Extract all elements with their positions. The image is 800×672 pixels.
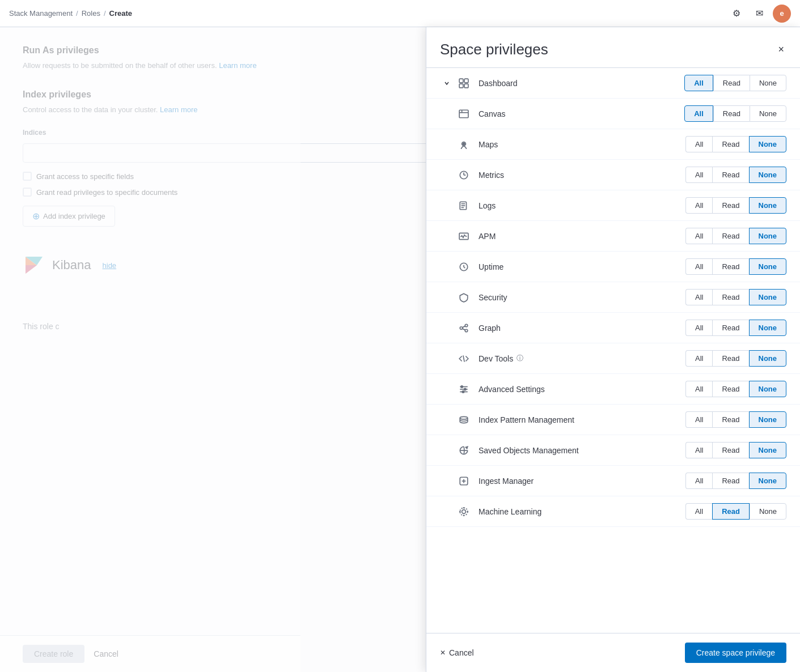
cancel-button[interactable]: Cancel xyxy=(91,645,121,663)
breadcrumb: Stack Management / Roles / Create xyxy=(9,9,132,18)
svg-point-38 xyxy=(467,511,468,512)
privilege-controls-dashboard: AllReadNone xyxy=(684,75,786,91)
svg-point-30 xyxy=(462,390,464,392)
privilege-read-button[interactable]: Read xyxy=(713,75,750,91)
privilege-read-button[interactable]: Read xyxy=(712,411,748,428)
privilege-read-button[interactable]: Read xyxy=(712,197,748,214)
privilege-controls-security: AllReadNone xyxy=(685,289,786,305)
privilege-all-button[interactable]: All xyxy=(685,442,712,458)
privilege-read-button[interactable]: Read xyxy=(712,289,748,305)
privilege-expand-dashboard[interactable] xyxy=(440,80,454,86)
privilege-controls-ingest-manager: AllReadNone xyxy=(685,473,786,489)
bottom-bar: Create role Cancel xyxy=(0,635,300,672)
grant-docs-checkbox[interactable] xyxy=(23,188,32,197)
privilege-none-button[interactable]: None xyxy=(750,503,786,520)
kibana-hide-link[interactable]: hide xyxy=(103,261,117,270)
privilege-none-button[interactable]: None xyxy=(750,75,786,91)
saved-objects-management-icon xyxy=(456,443,472,458)
privilege-all-button[interactable]: All xyxy=(685,136,712,152)
mail-button[interactable]: ✉ xyxy=(750,5,768,23)
privilege-all-button[interactable]: All xyxy=(685,320,712,336)
privilege-none-button[interactable]: None xyxy=(749,258,787,275)
privilege-all-button[interactable]: All xyxy=(684,75,713,91)
privilege-all-button[interactable]: All xyxy=(685,167,712,183)
privilege-none-button[interactable]: None xyxy=(749,289,787,305)
footer-cancel-button[interactable]: ✕ Cancel xyxy=(440,648,474,657)
privilege-none-button[interactable]: None xyxy=(749,442,787,458)
privilege-none-button[interactable]: None xyxy=(749,411,787,428)
privilege-read-button[interactable]: Read xyxy=(712,503,750,520)
privilege-none-button[interactable]: None xyxy=(749,381,787,397)
privilege-all-button[interactable]: All xyxy=(685,197,712,214)
modal-header: Space privileges × xyxy=(426,27,800,68)
svg-line-24 xyxy=(463,355,464,361)
privilege-none-button[interactable]: None xyxy=(749,320,787,336)
privilege-read-button[interactable]: Read xyxy=(712,228,748,244)
run-as-learn-more[interactable]: Learn more xyxy=(219,61,256,70)
svg-rect-6 xyxy=(464,84,468,88)
svg-point-20 xyxy=(465,324,468,327)
privilege-row: Index Pattern ManagementAllReadNone xyxy=(426,405,800,435)
maps-icon xyxy=(456,137,472,152)
privilege-all-button[interactable]: All xyxy=(685,350,712,367)
privilege-controls-logs: AllReadNone xyxy=(685,197,786,214)
dev-tools-info-icon[interactable]: ⓘ xyxy=(517,354,523,363)
privilege-row: GraphAllReadNone xyxy=(426,313,800,343)
modal-close-button[interactable]: × xyxy=(776,41,786,58)
privilege-read-button[interactable]: Read xyxy=(713,105,750,122)
cancel-x-icon: ✕ xyxy=(440,649,446,657)
privilege-read-button[interactable]: Read xyxy=(712,167,748,183)
privilege-all-button[interactable]: All xyxy=(684,105,713,122)
privilege-row: DashboardAllReadNone xyxy=(426,68,800,99)
privilege-name: Machine Learning xyxy=(479,507,685,516)
privilege-row: Advanced SettingsAllReadNone xyxy=(426,374,800,405)
privilege-read-button[interactable]: Read xyxy=(712,381,748,397)
breadcrumb-stack-management[interactable]: Stack Management xyxy=(9,9,73,18)
privilege-controls-uptime: AllReadNone xyxy=(685,258,786,275)
privilege-all-button[interactable]: All xyxy=(685,381,712,397)
privilege-name: Saved Objects Management xyxy=(479,446,685,455)
settings-button[interactable]: ⚙ xyxy=(727,5,746,23)
privilege-none-button[interactable]: None xyxy=(749,136,787,152)
svg-line-22 xyxy=(463,326,465,327)
privilege-none-button[interactable]: None xyxy=(749,350,787,367)
privilege-read-button[interactable]: Read xyxy=(712,320,748,336)
index-learn-more[interactable]: Learn more xyxy=(160,105,197,114)
create-role-button[interactable]: Create role xyxy=(23,645,84,663)
privilege-none-button[interactable]: None xyxy=(750,105,786,122)
breadcrumb-create: Create xyxy=(109,9,132,18)
privilege-read-button[interactable]: Read xyxy=(712,442,748,458)
dashboard-icon xyxy=(456,75,472,91)
privilege-read-button[interactable]: Read xyxy=(712,258,748,275)
user-avatar[interactable]: e xyxy=(773,5,791,23)
privilege-read-button[interactable]: Read xyxy=(712,136,748,152)
privilege-read-button[interactable]: Read xyxy=(712,350,748,367)
privilege-none-button[interactable]: None xyxy=(749,228,787,244)
privilege-name: Logs xyxy=(479,201,685,210)
privilege-all-button[interactable]: All xyxy=(685,411,712,428)
privilege-none-button[interactable]: None xyxy=(749,167,787,183)
privilege-none-button[interactable]: None xyxy=(749,473,787,489)
privilege-row: APMAllReadNone xyxy=(426,221,800,252)
privilege-all-button[interactable]: All xyxy=(685,473,712,489)
privilege-row: Saved Objects ManagementAllReadNone xyxy=(426,435,800,466)
privilege-all-button[interactable]: All xyxy=(685,258,712,275)
svg-rect-3 xyxy=(459,79,463,83)
privilege-controls-canvas: AllReadNone xyxy=(684,105,786,122)
privilege-all-button[interactable]: All xyxy=(685,503,712,520)
svg-point-37 xyxy=(459,511,461,512)
privilege-none-button[interactable]: None xyxy=(749,197,787,214)
breadcrumb-roles[interactable]: Roles xyxy=(82,9,100,18)
privilege-controls-apm: AllReadNone xyxy=(685,228,786,244)
privilege-all-button[interactable]: All xyxy=(685,289,712,305)
privilege-all-button[interactable]: All xyxy=(685,228,712,244)
privilege-row: MetricsAllReadNone xyxy=(426,160,800,190)
grant-fields-checkbox[interactable] xyxy=(23,172,32,181)
add-index-privilege-button[interactable]: ⊕ Add index privilege xyxy=(23,206,115,227)
privilege-row: MapsAllReadNone xyxy=(426,129,800,160)
privilege-read-button[interactable]: Read xyxy=(712,473,748,489)
create-space-privilege-button[interactable]: Create space privilege xyxy=(685,643,786,663)
svg-rect-7 xyxy=(459,110,468,118)
svg-point-34 xyxy=(460,508,468,516)
privilege-controls-index-pattern-management: AllReadNone xyxy=(685,411,786,428)
